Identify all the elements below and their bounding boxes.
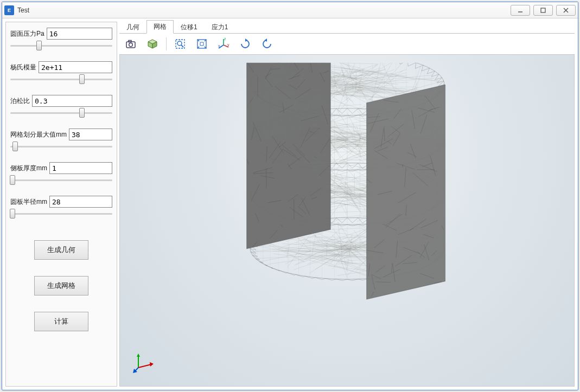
svg-marker-21 (245, 38, 247, 42)
svg-line-328 (427, 71, 435, 74)
svg-point-12 (177, 41, 182, 46)
svg-line-581 (342, 170, 347, 171)
youngs-input[interactable] (39, 61, 112, 73)
svg-line-906 (358, 224, 362, 225)
svg-line-250 (358, 115, 362, 116)
svg-line-1152 (322, 245, 356, 260)
param-poisson: 泊松比 (10, 95, 112, 117)
svg-line-1241 (322, 278, 326, 279)
svg-line-1256 (259, 261, 267, 265)
svg-rect-7 (129, 41, 131, 42)
svg-line-634 (332, 108, 336, 114)
poisson-slider[interactable] (10, 109, 112, 117)
minimize-button[interactable] (511, 5, 530, 16)
param-radius: 圆板半径mm (10, 196, 112, 217)
titlebar: E Test (2, 2, 578, 18)
thickness-input[interactable] (49, 162, 112, 174)
svg-line-71 (443, 81, 444, 84)
svg-line-1290 (332, 217, 336, 223)
svg-marker-1514 (150, 362, 154, 367)
svg-line-578 (358, 170, 362, 171)
tab-displacement[interactable]: 位移1 (174, 21, 205, 34)
svg-line-1245 (303, 276, 305, 277)
zoom-box-icon[interactable] (172, 36, 188, 52)
rotate-ccw-icon[interactable] (259, 36, 275, 52)
svg-line-251 (352, 115, 358, 117)
view-tabs: 几何 网格 位移1 应力1 (119, 22, 575, 34)
app-icon: E (4, 5, 14, 15)
axes-icon[interactable]: zyx (215, 36, 232, 52)
svg-line-93 (381, 62, 396, 94)
svg-line-966 (352, 163, 358, 168)
compute-button[interactable]: 计算 (34, 312, 88, 331)
svg-line-1292 (342, 217, 347, 223)
meshmax-input[interactable] (69, 128, 112, 140)
svg-line-66 (423, 65, 430, 68)
thickness-slider[interactable] (10, 176, 112, 184)
3d-viewport[interactable] (119, 54, 575, 387)
param-youngs: 杨氏模量 (10, 61, 112, 83)
selection-cube-icon[interactable] (144, 36, 161, 52)
svg-line-322 (408, 62, 416, 66)
svg-line-67 (429, 68, 435, 71)
svg-line-1238 (336, 279, 342, 280)
param-label: 侧板厚度mm (10, 164, 47, 173)
tab-stress[interactable]: 应力1 (205, 21, 235, 34)
param-label: 杨氏模量 (10, 63, 36, 72)
pressure-input[interactable] (47, 28, 112, 40)
svg-line-1291 (336, 217, 342, 222)
rotate-cw-icon[interactable] (237, 36, 253, 52)
svg-text:y: y (227, 43, 230, 47)
svg-line-910 (336, 224, 342, 226)
svg-line-583 (332, 170, 336, 171)
svg-line-65 (416, 62, 423, 65)
radius-slider[interactable] (10, 210, 112, 217)
param-label: 圆板半径mm (10, 197, 47, 207)
svg-line-319 (399, 62, 400, 63)
svg-line-635 (336, 108, 342, 113)
svg-line-1244 (305, 276, 312, 278)
main-area: 几何 网格 位移1 应力1 zyx (119, 22, 575, 387)
svg-marker-1447 (366, 85, 445, 299)
svg-line-1243 (312, 277, 315, 278)
svg-line-1234 (358, 279, 362, 280)
tab-geometry[interactable]: 几何 (119, 21, 146, 34)
svg-line-962 (332, 163, 336, 168)
meshmax-slider[interactable] (10, 143, 112, 150)
orientation-triad-icon (133, 351, 155, 373)
param-label: 泊松比 (10, 97, 30, 106)
maximize-button[interactable] (533, 5, 553, 16)
app-window: E Test 圆面压力Pa (2, 2, 578, 390)
svg-line-163 (339, 62, 378, 63)
action-buttons: 生成几何 生成网格 计算 (10, 240, 112, 331)
generate-mesh-button[interactable]: 生成网格 (34, 276, 88, 295)
svg-line-544 (352, 136, 354, 140)
parameter-panel: 圆面压力Pa 杨氏模量 (5, 22, 117, 387)
camera-icon[interactable] (123, 36, 139, 52)
radius-input[interactable] (49, 196, 112, 208)
svg-line-1294 (352, 217, 358, 222)
svg-line-1258 (255, 258, 263, 262)
svg-line-1135 (347, 232, 366, 248)
tab-mesh[interactable]: 网格 (146, 20, 174, 34)
svg-marker-22 (265, 38, 267, 42)
svg-line-1018 (295, 274, 305, 276)
svg-line-909 (342, 224, 347, 226)
svg-line-252 (347, 115, 352, 116)
svg-line-68 (435, 71, 439, 74)
mesh-model-render (206, 62, 488, 366)
youngs-slider[interactable] (10, 75, 112, 83)
svg-line-1235 (352, 279, 358, 280)
param-thickness: 侧板厚度mm (10, 162, 112, 184)
svg-line-325 (422, 65, 423, 71)
poisson-input[interactable] (32, 95, 112, 107)
zoom-fit-icon[interactable] (194, 36, 210, 52)
window-title: Test (17, 7, 29, 14)
close-button[interactable] (556, 5, 576, 16)
svg-line-1239 (332, 279, 336, 280)
generate-geometry-button[interactable]: 生成几何 (34, 240, 88, 260)
param-label: 圆面压力Pa (10, 29, 44, 38)
svg-line-1262 (251, 252, 257, 256)
svg-line-1254 (265, 265, 273, 268)
pressure-slider[interactable] (10, 42, 112, 49)
